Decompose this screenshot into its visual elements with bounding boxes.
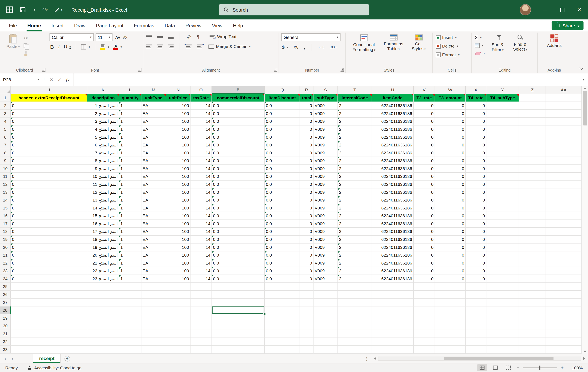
cell-M26[interactable]: [141, 291, 166, 299]
cell-X21[interactable]: 0: [466, 251, 486, 259]
cell-N30[interactable]: [166, 322, 190, 330]
cell-K14[interactable]: اسم المنتج 13: [87, 196, 119, 204]
row-header-3[interactable]: 3: [0, 110, 11, 118]
cell-Z30[interactable]: [519, 322, 546, 330]
row-header-5[interactable]: 5: [0, 125, 11, 133]
cell-Q3[interactable]: 0.0: [265, 110, 300, 118]
cell-X28[interactable]: [466, 306, 486, 314]
cell-K27[interactable]: [87, 299, 119, 307]
cell-T5[interactable]: 2: [338, 125, 372, 133]
cell-K9[interactable]: اسم المنتج 8: [87, 157, 119, 165]
cell-O1[interactable]: taxRate: [190, 94, 212, 102]
fill-color-button[interactable]: [99, 43, 110, 50]
page-break-view-button[interactable]: [504, 364, 513, 371]
cell-J24[interactable]: 0: [11, 275, 87, 283]
cell-R4[interactable]: 0: [300, 118, 313, 126]
cell-R17[interactable]: 0: [300, 220, 313, 228]
cell-Z21[interactable]: [519, 251, 546, 259]
cell-S23[interactable]: V009: [314, 267, 338, 275]
percent-style-button[interactable]: %: [293, 44, 299, 50]
cell-AA23[interactable]: [546, 267, 581, 275]
cell-Y4[interactable]: [486, 118, 519, 126]
row-header-6[interactable]: 6: [0, 133, 11, 141]
cell-X5[interactable]: 0: [466, 125, 486, 133]
format-as-table-button[interactable]: Format as Table: [380, 33, 407, 53]
cell-Z16[interactable]: [519, 212, 546, 220]
menu-tab-formulas[interactable]: Formulas: [129, 20, 159, 32]
cell-M24[interactable]: EA: [141, 275, 166, 283]
cell-X33[interactable]: [466, 346, 486, 354]
cell-T24[interactable]: 2: [338, 275, 372, 283]
increase-indent-button[interactable]: [196, 43, 203, 50]
cell-AA12[interactable]: [546, 181, 581, 189]
cell-L8[interactable]: 1: [119, 149, 141, 157]
scroll-left-icon[interactable]: [374, 357, 376, 360]
cell-Z27[interactable]: [519, 299, 546, 307]
bottom-align-button[interactable]: [167, 33, 174, 40]
cell-T6[interactable]: 2: [338, 133, 372, 141]
cell-T8[interactable]: 2: [338, 149, 372, 157]
cell-J9[interactable]: 0: [11, 157, 87, 165]
cell-P26[interactable]: [212, 291, 265, 299]
cell-J4[interactable]: 0: [11, 118, 87, 126]
cell-W8[interactable]: 0: [435, 149, 466, 157]
cell-Y30[interactable]: [486, 322, 519, 330]
cell-J19[interactable]: 0: [11, 236, 87, 243]
cell-O18[interactable]: 14: [190, 228, 212, 236]
cell-O16[interactable]: 14: [190, 212, 212, 220]
cell-V23[interactable]: 0: [414, 267, 435, 275]
cell-L13[interactable]: 1: [119, 189, 141, 196]
cell-AA8[interactable]: [546, 149, 581, 157]
cell-L7[interactable]: 1: [119, 141, 141, 149]
cell-J30[interactable]: [11, 322, 87, 330]
cell-N9[interactable]: 100: [166, 157, 190, 165]
name-box-resize-handle[interactable]: [42, 73, 46, 86]
cell-Q19[interactable]: 0.0: [265, 236, 300, 243]
cell-S32[interactable]: [314, 338, 338, 346]
merge-center-button[interactable]: Merge & Center: [208, 43, 251, 50]
cell-V21[interactable]: 0: [414, 251, 435, 259]
row-header-8[interactable]: 8: [0, 149, 11, 157]
cell-W30[interactable]: [435, 322, 466, 330]
cell-P20[interactable]: 0.0: [212, 243, 265, 251]
cell-Q21[interactable]: 0.0: [265, 251, 300, 259]
row-header-24[interactable]: 24: [0, 275, 11, 283]
cell-AA31[interactable]: [546, 330, 581, 338]
cell-V20[interactable]: 0: [414, 243, 435, 251]
cell-X24[interactable]: 0: [466, 275, 486, 283]
cell-M11[interactable]: EA: [141, 173, 166, 181]
column-header-P[interactable]: P: [212, 86, 265, 94]
cell-T16[interactable]: 2: [338, 212, 372, 220]
cell-Z14[interactable]: [519, 196, 546, 204]
normal-view-button[interactable]: [477, 364, 487, 371]
cell-T4[interactable]: 2: [338, 118, 372, 126]
column-header-U[interactable]: U: [372, 86, 414, 94]
cell-P5[interactable]: 0.0: [212, 125, 265, 133]
cell-U5[interactable]: 6224011636186: [372, 125, 414, 133]
cell-Z7[interactable]: [519, 141, 546, 149]
cell-O5[interactable]: 14: [190, 125, 212, 133]
row-header-32[interactable]: 32: [0, 338, 11, 346]
cell-Z25[interactable]: [519, 283, 546, 291]
increase-font-size-button[interactable]: [114, 34, 120, 40]
cell-N29[interactable]: [166, 314, 190, 322]
cell-M3[interactable]: EA: [141, 110, 166, 118]
cell-P4[interactable]: 0.0: [212, 118, 265, 126]
maximize-button[interactable]: [554, 0, 571, 20]
cell-R8[interactable]: 0: [300, 149, 313, 157]
cell-AA19[interactable]: [546, 236, 581, 243]
cell-AA27[interactable]: [546, 299, 581, 307]
font-dialog-launcher-icon[interactable]: [138, 68, 141, 71]
cancel-formula-icon[interactable]: [50, 77, 53, 83]
cell-AA2[interactable]: [546, 102, 581, 110]
cell-R33[interactable]: [300, 346, 313, 354]
cell-L33[interactable]: [119, 346, 141, 354]
cell-Y12[interactable]: [486, 181, 519, 189]
cell-S15[interactable]: V009: [314, 204, 338, 212]
cell-R25[interactable]: [300, 283, 313, 291]
cell-L29[interactable]: [119, 314, 141, 322]
cell-W15[interactable]: 0: [435, 204, 466, 212]
cell-K22[interactable]: اسم المنتج 21: [87, 259, 119, 267]
cell-Z6[interactable]: [519, 133, 546, 141]
cell-R2[interactable]: 0: [300, 102, 313, 110]
